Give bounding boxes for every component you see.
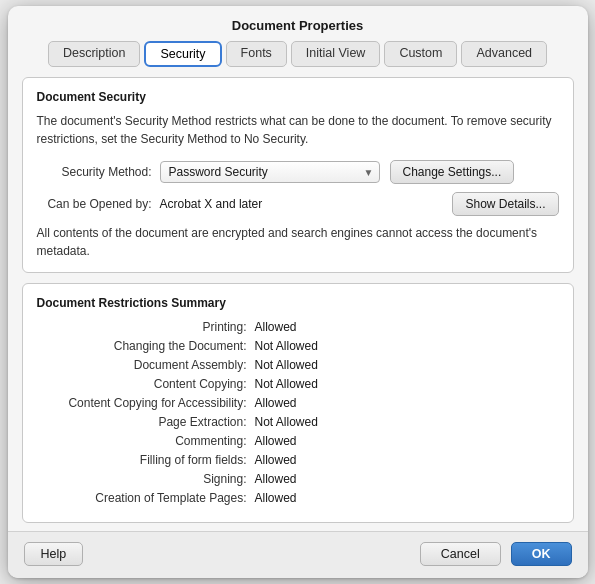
tab-security[interactable]: Security bbox=[144, 41, 221, 67]
table-row: Filling of form fields: Allowed bbox=[37, 453, 559, 467]
document-security-section: Document Security The document's Securit… bbox=[22, 77, 574, 273]
security-method-row: Security Method: Password Security ▼ Cha… bbox=[37, 160, 559, 184]
restriction-extraction-label: Page Extraction: bbox=[37, 415, 247, 429]
encryption-note: All contents of the document are encrypt… bbox=[37, 224, 559, 260]
change-settings-button[interactable]: Change Settings... bbox=[390, 160, 515, 184]
restriction-form-fields-value: Allowed bbox=[255, 453, 297, 467]
content-area: Document Security The document's Securit… bbox=[22, 77, 574, 523]
tab-initial-view[interactable]: Initial View bbox=[291, 41, 381, 67]
cancel-button[interactable]: Cancel bbox=[420, 542, 501, 566]
restriction-accessibility-label: Content Copying for Accessibility: bbox=[37, 396, 247, 410]
restriction-printing-value: Allowed bbox=[255, 320, 297, 334]
restriction-form-fields-label: Filling of form fields: bbox=[37, 453, 247, 467]
restriction-template-label: Creation of Template Pages: bbox=[37, 491, 247, 505]
restriction-commenting-value: Allowed bbox=[255, 434, 297, 448]
restriction-printing-label: Printing: bbox=[37, 320, 247, 334]
tab-advanced[interactable]: Advanced bbox=[461, 41, 547, 67]
tab-custom[interactable]: Custom bbox=[384, 41, 457, 67]
opened-by-label: Can be Opened by: bbox=[37, 197, 152, 211]
restriction-extraction-value: Not Allowed bbox=[255, 415, 318, 429]
security-method-label: Security Method: bbox=[37, 165, 152, 179]
document-properties-dialog: Document Properties Description Security… bbox=[8, 6, 588, 578]
restriction-commenting-label: Commenting: bbox=[37, 434, 247, 448]
table-row: Printing: Allowed bbox=[37, 320, 559, 334]
dialog-footer: Help Cancel OK bbox=[8, 531, 588, 578]
table-row: Document Assembly: Not Allowed bbox=[37, 358, 559, 372]
restriction-changing-label: Changing the Document: bbox=[37, 339, 247, 353]
restriction-template-value: Allowed bbox=[255, 491, 297, 505]
restrictions-section: Document Restrictions Summary Printing: … bbox=[22, 283, 574, 523]
restriction-content-copying-label: Content Copying: bbox=[37, 377, 247, 391]
restriction-signing-label: Signing: bbox=[37, 472, 247, 486]
table-row: Creation of Template Pages: Allowed bbox=[37, 491, 559, 505]
security-method-select-wrapper: Password Security ▼ bbox=[160, 161, 380, 183]
show-details-button[interactable]: Show Details... bbox=[452, 192, 558, 216]
table-row: Changing the Document: Not Allowed bbox=[37, 339, 559, 353]
table-row: Page Extraction: Not Allowed bbox=[37, 415, 559, 429]
restrictions-title: Document Restrictions Summary bbox=[37, 296, 559, 310]
security-description: The document's Security Method restricts… bbox=[37, 112, 559, 148]
show-details-button-wrapper: Show Details... bbox=[452, 192, 558, 216]
table-row: Content Copying: Not Allowed bbox=[37, 377, 559, 391]
restriction-assembly-value: Not Allowed bbox=[255, 358, 318, 372]
help-button[interactable]: Help bbox=[24, 542, 84, 566]
restriction-content-copying-value: Not Allowed bbox=[255, 377, 318, 391]
security-method-select[interactable]: Password Security bbox=[160, 161, 380, 183]
restriction-changing-value: Not Allowed bbox=[255, 339, 318, 353]
opened-by-row: Can be Opened by: Acrobat X and later Sh… bbox=[37, 192, 559, 216]
ok-button[interactable]: OK bbox=[511, 542, 572, 566]
restriction-signing-value: Allowed bbox=[255, 472, 297, 486]
dialog-title: Document Properties bbox=[8, 6, 588, 33]
document-security-title: Document Security bbox=[37, 90, 559, 104]
table-row: Commenting: Allowed bbox=[37, 434, 559, 448]
restriction-assembly-label: Document Assembly: bbox=[37, 358, 247, 372]
restriction-accessibility-value: Allowed bbox=[255, 396, 297, 410]
tab-fonts[interactable]: Fonts bbox=[226, 41, 287, 67]
footer-actions: Cancel OK bbox=[420, 542, 572, 566]
opened-by-value: Acrobat X and later bbox=[160, 197, 453, 211]
tabs-container: Description Security Fonts Initial View … bbox=[8, 33, 588, 67]
tab-description[interactable]: Description bbox=[48, 41, 141, 67]
table-row: Signing: Allowed bbox=[37, 472, 559, 486]
table-row: Content Copying for Accessibility: Allow… bbox=[37, 396, 559, 410]
